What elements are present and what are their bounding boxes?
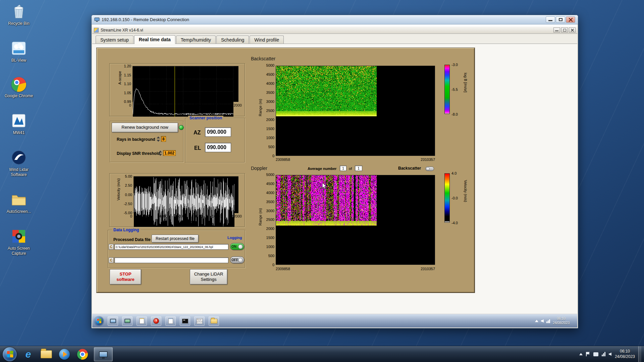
action-center-flag-icon[interactable]	[586, 352, 590, 356]
velocity-plot-area[interactable]	[133, 176, 238, 213]
backscatter-colorbar[interactable]	[444, 65, 450, 114]
hidden-icons-arrow[interactable]	[535, 320, 538, 322]
remote-start-button[interactable]	[94, 316, 104, 326]
remote-taskbar-scan-sched[interactable]: Scan sched	[194, 316, 205, 326]
remote-taskbar-app-xr[interactable]	[165, 316, 176, 326]
raw-path-drive-box[interactable]: C	[109, 257, 114, 263]
maximize-button[interactable]	[556, 16, 565, 23]
az-value-field[interactable]: 090.000	[205, 127, 231, 137]
remote-desktop-icon	[99, 351, 108, 357]
tick-label: 4500	[266, 182, 274, 186]
folder-icon	[11, 191, 27, 207]
snr-value[interactable]: 1.002	[163, 150, 176, 156]
desktop-icon-google-chrome[interactable]: Google Chrome	[3, 77, 34, 99]
host-clock[interactable]: 06:10 24/08/2023	[615, 349, 635, 359]
tab-temp-humidity[interactable]: Temp/humidity	[176, 36, 216, 44]
raw-logging-toggle[interactable]: OFF	[230, 256, 244, 263]
network-icon[interactable]	[602, 352, 605, 356]
tick-label: 5000	[266, 64, 274, 67]
tab-scheduling[interactable]: Scheduling	[216, 36, 249, 44]
minimize-button[interactable]	[546, 16, 555, 23]
backscatter-colorbar-ticks: -3.0-5.5-8.0	[451, 63, 463, 116]
start-button[interactable]	[3, 347, 17, 361]
el-value-field[interactable]: 090.000	[205, 143, 231, 152]
stop-software-button[interactable]: STOP software	[110, 269, 141, 285]
monitor-icon	[110, 319, 116, 323]
remote-taskbar-app-document[interactable]	[137, 316, 147, 326]
vi-minimize-button[interactable]	[553, 27, 560, 33]
tick-label: 8000	[194, 103, 202, 107]
close-button[interactable]	[566, 16, 575, 23]
hidden-icons-arrow[interactable]	[579, 353, 583, 355]
backscatter-toggle-label: Backscatter	[398, 166, 421, 171]
ascope-plot-area[interactable]	[132, 66, 238, 102]
processed-path-field[interactable]: C:\Lidar\Data\Proc\2023\202308\20230824\…	[114, 244, 228, 250]
tick-label: -4.0	[451, 221, 463, 225]
taskbar-chrome[interactable]	[76, 348, 89, 361]
average-number-value[interactable]: 1	[340, 166, 346, 171]
raw-path-field[interactable]	[114, 257, 228, 263]
rays-spinner[interactable]	[157, 136, 160, 142]
remote-taskbar-app-window[interactable]	[108, 316, 118, 326]
doppler-plot-area[interactable]	[276, 175, 435, 265]
tick-label: 10000	[212, 214, 222, 218]
desktop-icon-autoscreen[interactable]: AutoScreen...	[3, 191, 34, 214]
average-total-value[interactable]: 1	[355, 166, 362, 171]
network-icon[interactable]	[546, 319, 550, 323]
desktop-icon-recycle-bin[interactable]: Recycle Bin	[3, 3, 34, 26]
doppler-colorbar-label: Velocity (m/s)	[464, 180, 468, 202]
stop-button-line1: STOP	[119, 272, 131, 277]
backscatter-colorbar-label: log B [/m/sr]	[464, 73, 468, 93]
desktop-icon-bl-view[interactable]: BL-View	[3, 40, 34, 63]
tick-label: 2.50	[125, 184, 132, 187]
tab-real-time-data[interactable]: Real time data	[134, 35, 175, 44]
wind-lidar-icon	[11, 149, 27, 166]
snr-spinner[interactable]	[159, 150, 162, 156]
remote-taskbar-terminal[interactable]	[180, 316, 190, 326]
show-desktop-button[interactable]	[638, 346, 641, 362]
desktop-icon-mw41[interactable]: MW41	[3, 113, 34, 135]
rays-value[interactable]: 8	[161, 136, 166, 142]
tick-label: 5000	[266, 173, 274, 177]
data-logging-frame: Data Logging Processed Data file Restart…	[108, 230, 245, 268]
change-lidar-settings-button[interactable]: Change LiDAR Settings	[190, 269, 227, 285]
taskbar-internet-explorer[interactable]: e	[21, 348, 35, 361]
ascope-x-ticks: 020004000600080001000012000	[129, 103, 242, 107]
vi-restore-button[interactable]	[561, 27, 568, 33]
host-clock-time: 06:10	[615, 349, 635, 354]
taskbar-rdp-active[interactable]	[94, 347, 113, 361]
file-icon	[168, 318, 173, 324]
backscatter-plot-area[interactable]	[276, 66, 435, 156]
vi-close-button[interactable]	[569, 27, 576, 33]
auto-screen-capture-icon	[11, 228, 27, 244]
tick-label: -8.0	[451, 113, 463, 116]
taskbar-explorer[interactable]	[40, 348, 53, 361]
desktop-icon-wind-lidar[interactable]: Wind Lidar Software	[3, 149, 34, 177]
remote-clock[interactable]: 06:10 24/08/2023	[553, 317, 570, 325]
remote-taskbar-folder[interactable]	[209, 316, 219, 326]
doppler-colorbar[interactable]	[444, 173, 450, 223]
backscatter-x-start: 2309858	[276, 158, 290, 162]
taskbar-media-player[interactable]	[58, 348, 71, 361]
remote-taskbar-power[interactable]	[151, 316, 161, 326]
remote-taskbar-app-display[interactable]	[122, 316, 132, 326]
average-number-label: Average number	[308, 167, 336, 171]
desktop-icon-auto-screen-capture[interactable]: Auto Screen Capture	[3, 228, 34, 256]
restart-processed-file-button[interactable]: Restart processed file	[152, 235, 199, 243]
vi-titlebar[interactable]: StreamLine XR v14-6.vi	[92, 26, 577, 34]
vi-icon	[94, 28, 99, 33]
tab-wind-profile[interactable]: Wind profile	[250, 36, 284, 44]
tab-system-setup[interactable]: System setup	[96, 36, 133, 44]
display-tray-icon[interactable]	[593, 352, 598, 356]
renew-background-button[interactable]: Renew background now	[112, 123, 178, 132]
processed-path-drive-box[interactable]: C	[109, 244, 114, 250]
tick-label: 4000	[266, 82, 274, 85]
desktop-icon-label: Wind Lidar Software	[3, 167, 34, 177]
backscatter-display-toggle[interactable]	[425, 167, 434, 171]
rdp-titlebar[interactable]: 192.168.0.150 - Remote Desktop Connectio…	[92, 15, 578, 24]
volume-icon[interactable]	[541, 319, 544, 323]
mouse-cursor	[321, 182, 327, 189]
processed-logging-toggle[interactable]: ON	[230, 243, 244, 250]
tick-label: 2500	[266, 218, 274, 222]
volume-icon[interactable]	[609, 353, 611, 356]
